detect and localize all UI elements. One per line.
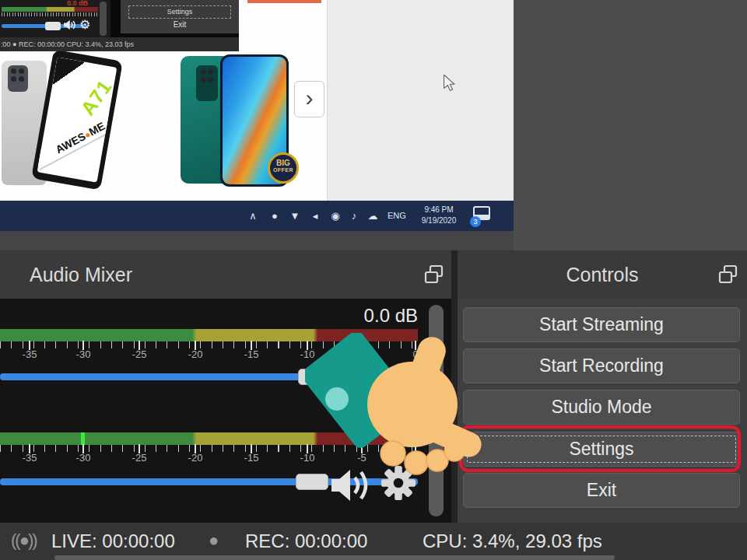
camera-module	[196, 65, 218, 101]
mouse-cursor	[444, 75, 455, 94]
preview-canvas[interactable]: A71 AWES●ME BIG OFFER ›	[0, 0, 747, 250]
notification-badge: 3	[470, 216, 481, 227]
mini-audio-mixer: 0.0 dB ⚙	[0, 0, 110, 37]
mini-exit-button: Exit	[121, 20, 239, 29]
broadcast-icon: ((●))	[11, 523, 37, 558]
live-timer: LIVE: 00:00:00	[51, 523, 175, 560]
camera-lens	[19, 76, 24, 82]
rec-timer: REC: 00:00:00	[245, 523, 367, 560]
mini-controls-panel: Settings Exit	[121, 0, 239, 33]
media-icon: ◂	[307, 201, 324, 231]
preview-margin	[0, 231, 514, 250]
onedrive-icon: ☁	[364, 201, 381, 231]
camera-lens	[208, 69, 213, 75]
peak-marker	[81, 432, 85, 445]
mini-slider-handle	[45, 22, 61, 30]
camera-lens	[19, 68, 24, 74]
camera-lens	[201, 69, 206, 75]
tray-app-icon: ●	[266, 201, 283, 231]
volume-icon: ♪	[345, 201, 363, 231]
chevron-up-icon: ∧	[244, 201, 261, 231]
audio-mixer-title: Audio Mixer	[30, 250, 132, 299]
clock: 9:46 PM 9/19/2020	[414, 205, 464, 226]
obs-window: A71 AWES●ME BIG OFFER ›	[0, 0, 747, 560]
popout-icon[interactable]	[423, 264, 445, 285]
security-icon: ◉	[327, 201, 344, 231]
big-offer-badge: BIG OFFER	[268, 152, 299, 184]
mini-db-label: 0.0 dB	[67, 0, 88, 7]
camera-lens	[208, 77, 213, 82]
mini-meter-ticks	[2, 12, 98, 16]
rec-status-dot: ●	[209, 523, 219, 558]
windows-taskbar: ∧ ● ▼ ◂ ◉ ♪ ☁ ENG 9:46 PM 9/19/2020 3	[0, 201, 514, 231]
status-bar: ((●)) LIVE: 00:00:00 ● REC: 00:00:00 CPU…	[0, 523, 747, 560]
mini-settings-button: Settings	[128, 5, 231, 19]
cpu-fps-stats: CPU: 3.4%, 29.03 fps	[423, 523, 602, 560]
mini-gear-icon: ⚙	[79, 17, 90, 32]
pointing-hand-annotation	[305, 333, 512, 496]
controls-title: Controls	[458, 250, 747, 299]
popout-icon[interactable]	[717, 264, 739, 285]
mini-obs-overlay: 0.0 dB ⚙ Settings Exit :00 ● REC: 00:00:…	[0, 0, 239, 51]
carousel-next-button: ›	[294, 81, 324, 117]
language-indicator: ENG	[388, 201, 406, 231]
mini-status-bar: :00 ● REC: 00:00:00 CPU: 3.4%, 23.03 fps	[0, 37, 239, 51]
date-label: 9/19/2020	[414, 215, 464, 226]
mini-volume-meter	[2, 7, 98, 12]
camera-module	[8, 65, 28, 92]
audio-mixer-header: Audio Mixer	[0, 250, 451, 299]
time-label: 9:46 PM	[414, 205, 464, 215]
camera-lens	[11, 68, 16, 74]
captured-display: A71 AWES●ME BIG OFFER ›	[0, 0, 514, 231]
camera-lens	[201, 77, 206, 82]
camera-lens	[11, 76, 16, 82]
mini-speaker-icon	[64, 19, 76, 33]
download-icon: ▼	[286, 201, 303, 231]
horizontal-scrollbar[interactable]	[54, 555, 615, 560]
controls-header: Controls	[458, 250, 747, 299]
webpage-accent-line	[247, 0, 321, 3]
mini-scrollbar	[100, 2, 107, 36]
db-readout: 0.0 dB	[364, 305, 418, 327]
